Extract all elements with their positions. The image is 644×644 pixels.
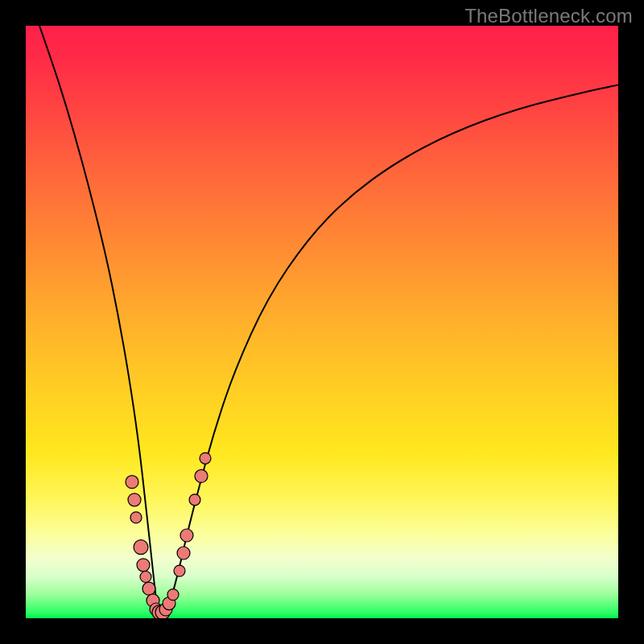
data-marker [177,547,190,559]
data-marker [180,529,193,542]
data-marker [137,559,150,572]
data-marker [134,540,148,555]
data-marker [130,512,142,523]
data-marker [167,589,179,601]
data-marker [140,572,151,583]
plot-area [26,26,618,618]
data-marker [189,494,200,506]
curve-layer [26,26,618,618]
data-marker [174,565,185,576]
bottleneck-curve [39,26,618,613]
data-marker [128,493,141,506]
data-marker [142,582,155,595]
data-marker [200,452,211,464]
outer-frame: TheBottleneck.com [0,0,644,644]
watermark-text: TheBottleneck.com [464,5,633,27]
data-marker [195,469,208,482]
marker-layer [126,452,211,618]
data-marker [126,476,138,489]
